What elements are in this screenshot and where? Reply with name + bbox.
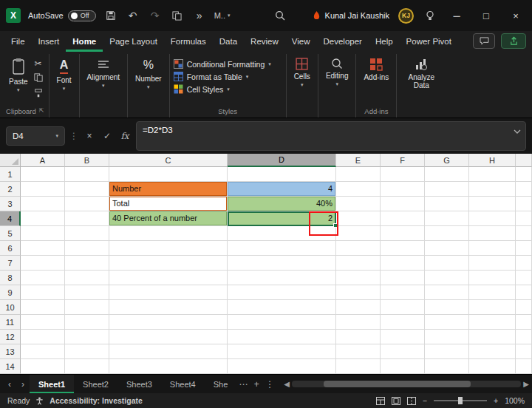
save-icon[interactable] xyxy=(103,8,118,23)
row-header-9[interactable]: 9 xyxy=(0,285,21,300)
cell-F4[interactable] xyxy=(381,211,425,226)
cell-D3[interactable]: 40% xyxy=(228,197,336,211)
row-header-1[interactable]: 1 xyxy=(0,167,21,182)
cut-icon[interactable]: ✂ xyxy=(35,59,42,68)
column-header-A[interactable]: A xyxy=(21,154,65,167)
autosave-toggle[interactable]: AutoSave Off xyxy=(28,10,96,21)
cell-C3[interactable]: Total xyxy=(109,197,228,211)
cell-E14[interactable] xyxy=(336,359,381,374)
tab-options-icon[interactable]: ⋮ xyxy=(263,375,276,393)
enter-entry-icon[interactable]: ✓ xyxy=(100,131,114,141)
cell-B1[interactable] xyxy=(65,167,109,182)
cell-F6[interactable] xyxy=(381,241,425,256)
cell-C14[interactable] xyxy=(109,359,228,374)
autosave-switch[interactable]: Off xyxy=(68,10,96,21)
sheet-tab-sheet1[interactable]: Sheet1 xyxy=(30,375,74,393)
redo-icon[interactable]: ↷ xyxy=(148,8,163,23)
row-header-10[interactable]: 10 xyxy=(0,300,21,315)
name-box[interactable]: D4 ▾ xyxy=(6,126,65,146)
cell-B6[interactable] xyxy=(65,241,109,256)
cell-D7[interactable] xyxy=(228,256,336,271)
cell-H6[interactable] xyxy=(469,241,516,256)
menu-tab-power-pivot[interactable]: Power Pivot xyxy=(400,31,458,52)
clipboard-dialog-launcher-icon[interactable]: ⇱ xyxy=(39,107,44,115)
scrollbar-thumb[interactable] xyxy=(324,381,471,387)
row-header-8[interactable]: 8 xyxy=(0,271,21,285)
cancel-entry-icon[interactable]: × xyxy=(83,131,96,141)
font-button[interactable]: A Font ▾ xyxy=(53,55,75,93)
cell-E4[interactable] xyxy=(336,211,381,226)
cell-D9[interactable] xyxy=(228,285,336,300)
cell-E13[interactable] xyxy=(336,344,381,359)
cell-B10[interactable] xyxy=(65,300,109,315)
sheet-nav-left-icon[interactable]: ‹ xyxy=(3,375,16,393)
cell-E2[interactable] xyxy=(336,182,381,197)
cell-G7[interactable] xyxy=(425,256,469,271)
cell-E10[interactable] xyxy=(336,300,381,315)
cell-G4[interactable] xyxy=(425,211,469,226)
cell-H2[interactable] xyxy=(469,182,516,197)
cell-E11[interactable] xyxy=(336,315,381,330)
cell-D6[interactable] xyxy=(228,241,336,256)
cell-C5[interactable] xyxy=(109,226,228,241)
cell-D10[interactable] xyxy=(228,300,336,315)
cell-F11[interactable] xyxy=(381,315,425,330)
excel-logo-icon[interactable]: X xyxy=(6,8,21,23)
page-layout-view-icon[interactable] xyxy=(392,397,400,405)
comments-button[interactable] xyxy=(473,33,495,49)
page-break-view-icon[interactable] xyxy=(407,397,416,405)
cell-C7[interactable] xyxy=(109,256,228,271)
cell-H5[interactable] xyxy=(469,226,516,241)
zoom-slider[interactable] xyxy=(434,400,487,401)
cell-E8[interactable] xyxy=(336,271,381,285)
copy-small-icon[interactable] xyxy=(34,73,43,84)
alignment-button[interactable]: Alignment ▾ xyxy=(83,55,123,90)
column-header-H[interactable]: H xyxy=(469,154,516,167)
cell-B5[interactable] xyxy=(65,226,109,241)
cell-H7[interactable] xyxy=(469,256,516,271)
cell-A9[interactable] xyxy=(21,285,65,300)
cell-G5[interactable] xyxy=(425,226,469,241)
row-header-2[interactable]: 2 xyxy=(0,182,21,197)
more-commands-icon[interactable]: » xyxy=(192,8,207,23)
cell-G13[interactable] xyxy=(425,344,469,359)
cell-E1[interactable] xyxy=(336,167,381,182)
row-header-13[interactable]: 13 xyxy=(0,344,21,359)
account-menu[interactable]: Kunal Jai Kaushik xyxy=(313,11,389,21)
cell-E5[interactable] xyxy=(336,226,381,241)
cell-D13[interactable] xyxy=(228,344,336,359)
cell-G6[interactable] xyxy=(425,241,469,256)
row-header-6[interactable]: 6 xyxy=(0,241,21,256)
row-header-11[interactable]: 11 xyxy=(0,315,21,330)
cell-A6[interactable] xyxy=(21,241,65,256)
formula-input[interactable]: =D2*D3 xyxy=(136,121,526,151)
cell-E12[interactable] xyxy=(336,330,381,344)
cell-D14[interactable] xyxy=(228,359,336,374)
column-header-C[interactable]: C xyxy=(109,154,228,167)
sheet-nav-right-icon[interactable]: › xyxy=(16,375,30,393)
zoom-level[interactable]: 100% xyxy=(505,396,525,405)
cell-F13[interactable] xyxy=(381,344,425,359)
cell-A12[interactable] xyxy=(21,330,65,344)
cell-E9[interactable] xyxy=(336,285,381,300)
menu-tab-file[interactable]: File xyxy=(4,31,32,52)
cell-G9[interactable] xyxy=(425,285,469,300)
cell-F2[interactable] xyxy=(381,182,425,197)
cell-H4[interactable] xyxy=(469,211,516,226)
cell-B2[interactable] xyxy=(65,182,109,197)
row-header-12[interactable]: 12 xyxy=(0,330,21,344)
zoom-slider-thumb[interactable] xyxy=(458,397,463,404)
menu-tab-developer[interactable]: Developer xyxy=(317,31,369,52)
paste-button[interactable]: Paste ▾ xyxy=(5,55,32,95)
minimize-button[interactable]: ─ xyxy=(446,5,467,26)
cell-H8[interactable] xyxy=(469,271,516,285)
addins-button[interactable]: Add-ins xyxy=(360,55,392,84)
cell-F12[interactable] xyxy=(381,330,425,344)
formula-bar-expand-icon[interactable] xyxy=(514,126,521,135)
cell-D2[interactable]: 4 xyxy=(228,182,336,197)
cell-H1[interactable] xyxy=(469,167,516,182)
quick-access-dropdown[interactable]: M..▾ xyxy=(214,11,231,20)
cell-A11[interactable] xyxy=(21,315,65,330)
cell-G8[interactable] xyxy=(425,271,469,285)
cell-A14[interactable] xyxy=(21,359,65,374)
